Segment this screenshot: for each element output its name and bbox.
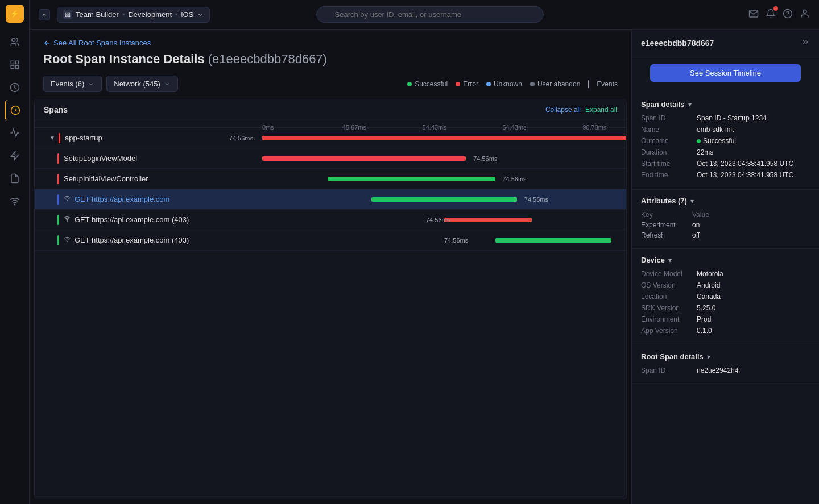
user-icon[interactable] <box>800 9 810 21</box>
name-label: Name <box>641 126 692 134</box>
notification-badge <box>774 6 778 11</box>
location-value: Canada <box>697 293 810 301</box>
span-bar <box>328 177 495 181</box>
sidebar-item-logs[interactable] <box>5 168 25 189</box>
events-filter-button[interactable]: Events (6) <box>43 76 102 92</box>
sidebar-item-users[interactable] <box>5 32 25 52</box>
span-timeline: 74.56ms <box>262 230 626 251</box>
svg-rect-2 <box>15 61 18 64</box>
sidebar-collapse-button[interactable]: » <box>39 9 50 20</box>
right-panel: e1eeecbdbb78d667 See Session Timeline Sp… <box>631 30 819 504</box>
sidebar-item-dashboard[interactable] <box>5 55 25 75</box>
span-bar-label: 74.56ms <box>502 176 526 182</box>
start-time-value: Oct 13, 2023 04:38:41.958 UTC <box>697 160 810 168</box>
spans-controls: Collapse all Expand all <box>545 106 617 114</box>
environment-label: Environment <box>641 315 692 323</box>
table-row[interactable]: GET https://api.example.com (403) 74.56m… <box>35 230 626 251</box>
notifications-icon[interactable] <box>766 9 776 21</box>
app-logo[interactable]: ⚡ <box>6 5 24 23</box>
span-name-get-api: GET https://api.example.com <box>35 194 262 205</box>
project-separator2: • <box>175 10 178 19</box>
sidebar-item-network[interactable] <box>5 191 25 211</box>
list-item: Refresh off <box>641 231 810 239</box>
span-color-indicator <box>57 174 59 184</box>
project-separator: • <box>122 10 125 19</box>
sdk-version-label: SDK Version <box>641 304 692 312</box>
start-time-label: Start time <box>641 160 692 168</box>
device-header[interactable]: Device ▾ <box>641 256 810 264</box>
app-version-label: App Version <box>641 327 692 335</box>
span-duration: 74.56ms <box>229 135 258 141</box>
list-item: Experiment on <box>641 221 810 229</box>
search-wrapper <box>316 6 544 23</box>
sidebar-item-crashes[interactable] <box>5 145 25 166</box>
legend-unknown-label: Unknown <box>494 80 522 88</box>
detail-row-os-version: OS Version Android <box>641 281 810 289</box>
span-details-chevron-icon: ▾ <box>688 101 692 109</box>
left-panel: See All Root Spans Instances Root Span I… <box>30 30 631 504</box>
device-chevron-icon: ▾ <box>668 256 672 264</box>
sidebar-item-monitor[interactable] <box>5 77 25 98</box>
table-row[interactable]: SetupLoginViewModel 74.56ms <box>35 148 626 169</box>
legend-error-label: Error <box>463 80 478 88</box>
end-time-value: Oct 13, 2023 04:38:41.958 UTC <box>697 171 810 179</box>
table-row[interactable]: SetupInitialViewController 74.56ms <box>35 169 626 189</box>
attributes-header[interactable]: Attributes (7) ▾ <box>641 197 810 205</box>
right-panel-close-button[interactable] <box>801 38 810 49</box>
root-span-header[interactable]: Root Span details ▾ <box>641 352 810 361</box>
os-version-label: OS Version <box>641 281 692 289</box>
sidebar-item-performance[interactable] <box>5 100 25 120</box>
span-details-title: Span details <box>641 100 685 109</box>
page-area: See All Root Spans Instances Root Span I… <box>30 30 819 504</box>
table-row[interactable]: GET https://api.example.com (403) 74.56m… <box>35 210 626 230</box>
main-content: » Team Builder • Development • iOS <box>30 0 819 504</box>
span-color-indicator <box>57 194 59 205</box>
root-span-section: Root Span details ▾ Span ID ne2ue2942h4 <box>632 345 819 385</box>
spans-header: Spans Collapse all Expand all <box>35 99 626 120</box>
span-name-setup-initial: SetupInitialViewController <box>35 174 262 184</box>
topnav-actions <box>748 9 810 21</box>
span-color-indicator <box>59 133 60 143</box>
device-model-value: Motorola <box>697 270 810 278</box>
span-chevron[interactable]: ▼ <box>48 134 56 142</box>
collapse-all-button[interactable]: Collapse all <box>545 106 581 114</box>
detail-row-span-id: Span ID Span ID - Startup 1234 <box>641 114 810 122</box>
detail-row-outcome: Outcome Successful <box>641 137 810 145</box>
span-name-text: app-startup <box>65 134 102 142</box>
svg-rect-8 <box>65 13 67 14</box>
attr-val-refresh: off <box>692 231 700 239</box>
app-version-value: 0.1.0 <box>697 327 810 335</box>
span-name-text: GET https://api.example.com (403) <box>75 215 189 224</box>
table-row[interactable]: GET https://api.example.com 74.56ms <box>35 189 626 210</box>
span-bar <box>495 238 612 243</box>
attr-key-refresh: Refresh <box>641 231 692 239</box>
see-session-timeline-button[interactable]: See Session Timeline <box>650 64 801 82</box>
span-bar <box>262 156 466 161</box>
root-span-title: Root Span details <box>641 352 704 361</box>
span-bar <box>371 197 517 202</box>
attributes-title: Attributes (7) <box>641 197 687 205</box>
page-header: See All Root Spans Instances Root Span I… <box>30 30 631 76</box>
span-bar-label: 74.56ms <box>444 237 468 244</box>
mail-icon[interactable] <box>748 9 759 21</box>
expand-all-button[interactable]: Expand all <box>585 106 617 114</box>
spans-timeline-header: 0ms 45.67ms 54.43ms 54.43ms 90.78ms <box>35 120 626 128</box>
back-link[interactable]: See All Root Spans Instances <box>43 39 618 47</box>
table-row[interactable]: ▼ app-startup 74.56ms <box>35 128 626 148</box>
network-filter-label: Network (545) <box>114 80 160 88</box>
span-details-header[interactable]: Span details ▾ <box>641 100 810 109</box>
project-selector[interactable]: Team Builder • Development • iOS <box>57 7 210 23</box>
legend-events: Events <box>597 80 618 88</box>
network-filter-button[interactable]: Network (545) <box>106 76 178 92</box>
search-input[interactable] <box>316 6 544 23</box>
span-name-setup-login: SetupLoginViewModel <box>35 153 262 164</box>
svg-point-7 <box>14 204 15 205</box>
attributes-chevron-icon: ▾ <box>690 197 694 205</box>
error-dot <box>456 82 460 86</box>
sidebar-item-grid[interactable] <box>5 123 25 143</box>
page-title-id: (e1eeecbdbb78d667) <box>208 52 327 66</box>
help-icon[interactable] <box>783 9 793 21</box>
project-icon <box>63 10 72 19</box>
outcome-label: Outcome <box>641 137 692 145</box>
spans-col-timeline-header: 0ms 45.67ms 54.43ms 54.43ms 90.78ms <box>262 120 626 127</box>
